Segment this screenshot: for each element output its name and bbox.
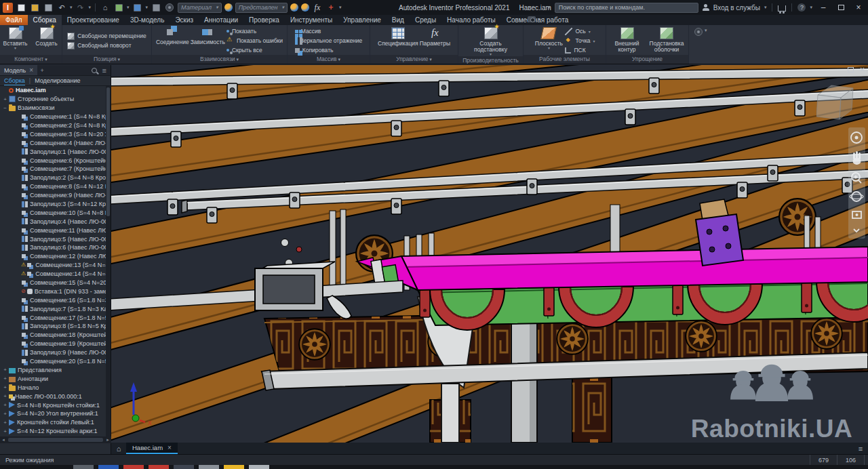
tree-item[interactable]: Совмещение:17 (S=1.8 N=5 Креп: [0, 313, 106, 322]
tree-expander[interactable]: +: [2, 375, 8, 382]
screencast-button[interactable]: ▾: [528, 16, 540, 22]
wood-rosette[interactable]: [779, 199, 816, 235]
browser-tab-model[interactable]: Модель×: [0, 65, 37, 75]
tree-item[interactable]: Совмещение:7 (Кронштейн стой: [0, 165, 106, 174]
shell-substitute-button[interactable]: Подстановка оболочки: [647, 26, 686, 55]
zoom-icon[interactable]: [852, 173, 861, 183]
tree-item[interactable]: Совмещение:11 (Навес ЛЮ-001.0: [0, 226, 106, 234]
lattice-rosette[interactable]: [299, 329, 330, 360]
show-errors-button[interactable]: Показать ошибки: [226, 37, 283, 45]
store-cart-icon[interactable]: [778, 5, 786, 12]
white-strip[interactable]: [441, 384, 459, 443]
tree-item[interactable]: Навес.iam: [0, 86, 106, 95]
tree-item[interactable]: Совмещение:8 (S=4 N=12 Кронш: [0, 182, 106, 191]
joint-button[interactable]: Соединение: [156, 26, 189, 55]
navigation-bar[interactable]: [848, 127, 865, 239]
tree-expander[interactable]: +: [2, 384, 8, 390]
browser-subtab-modeling[interactable]: Моделирование: [35, 77, 80, 84]
tree-expander[interactable]: +: [2, 367, 8, 373]
home-view-button[interactable]: ⌂: [100, 2, 111, 13]
document-tab-close-icon[interactable]: ×: [167, 444, 172, 451]
navbar-more-icon[interactable]: [854, 229, 859, 232]
tree-item[interactable]: Совмещение:12 (Навес ЛЮ-001.0: [0, 252, 106, 261]
tree-item[interactable]: Заподлицо:8 (S=1.8 N=5 Крепле: [0, 322, 106, 331]
taskbar-icon[interactable]: [149, 465, 169, 469]
blocks-button[interactable]: [151, 2, 161, 13]
browser-search-icon[interactable]: [92, 68, 97, 73]
browser-subtab-assembly[interactable]: Сборка: [4, 76, 25, 85]
viewcube[interactable]: [816, 84, 857, 125]
tree-expander[interactable]: −: [2, 105, 8, 111]
tree-item[interactable]: Заподлицо:9 (Навес ЛЮ-001.00: [0, 348, 106, 357]
lattice-rosette[interactable]: [811, 318, 842, 349]
tree-item[interactable]: + S=4 N=20 Угол внутренний:1: [0, 409, 106, 418]
adjust-icon[interactable]: [290, 3, 298, 12]
signin-caret[interactable]: ▾: [764, 5, 767, 10]
group-label-position[interactable]: Позиция: [62, 55, 151, 64]
tree-item[interactable]: Заподлицо:3 (S=4 N=12 Кроншт: [0, 200, 106, 209]
ribbon-tab[interactable]: Эскиз: [170, 15, 199, 25]
appearance-combo[interactable]: Представлен▾: [235, 3, 288, 13]
help-caret[interactable]: ▾: [810, 5, 812, 10]
tree-item[interactable]: Заподлицо:5 (Навес ЛЮ-001.00: [0, 234, 106, 243]
free-move-button[interactable]: Свободное перемещение: [67, 32, 146, 41]
ribbon-tab[interactable]: Сборка: [28, 15, 62, 25]
group-label-productivity[interactable]: Производительность: [458, 56, 523, 64]
browser-vertical-scrollbar[interactable]: [106, 86, 111, 436]
copy-button[interactable]: Копировать: [295, 46, 363, 55]
scroll-left-icon[interactable]: ◂: [0, 437, 7, 443]
tree-item[interactable]: Совмещение:18 (Кронштейн:1;S=: [0, 331, 106, 340]
taskbar-icon[interactable]: [249, 465, 269, 469]
tree-expander[interactable]: +: [2, 428, 8, 434]
home-tab-icon[interactable]: ⌂: [111, 443, 126, 454]
orbit-icon[interactable]: [850, 192, 863, 201]
material-browser-icon[interactable]: [164, 2, 175, 13]
plane-button[interactable]: Плоскость▾: [534, 26, 564, 55]
viewport-close-icon[interactable]: ×: [860, 66, 865, 73]
tree-item[interactable]: Совмещение:4 (Навес ЛЮ-001.0: [0, 138, 106, 147]
ribbon-tab[interactable]: Управление: [338, 15, 387, 25]
ribbon-tab[interactable]: 3D-модель: [125, 15, 170, 25]
bom-button[interactable]: Спецификация: [378, 26, 418, 55]
tree-item[interactable]: Совмещение:13 (S=4 N=4 NB П: [0, 261, 106, 270]
ucs-button[interactable]: ПСК: [565, 46, 595, 55]
tree-item[interactable]: Заподлицо:2 (S=4 N=8 Кронштей: [0, 174, 106, 182]
group-label-relationships[interactable]: Взаимосвязи: [152, 55, 287, 64]
minimize-button[interactable]: –: [816, 1, 830, 14]
ribbon-tab[interactable]: Среды: [410, 15, 441, 25]
search-expand-arrow[interactable]: ▸: [548, 5, 551, 10]
tree-item[interactable]: Совмещение:16 (S=1.8 N=3 Капе: [0, 295, 106, 304]
ribbon-tab[interactable]: Проектирование: [62, 15, 125, 25]
group-label-work-features[interactable]: Рабочие элементы: [524, 55, 606, 64]
windows-taskbar[interactable]: [0, 465, 868, 469]
steering-wheel-icon[interactable]: [851, 132, 862, 143]
group-label-component[interactable]: Компонент: [0, 55, 62, 64]
tree-expander[interactable]: +: [2, 402, 8, 408]
tree-expander[interactable]: +: [2, 420, 8, 426]
tree-item[interactable]: Заподлицо:4 (Навес ЛЮ-001.00: [0, 217, 106, 226]
free-rotate-button[interactable]: Свободный поворот: [67, 41, 146, 50]
appearance-icon[interactable]: [224, 3, 233, 12]
tree-item[interactable]: Совмещение:6 (Кронштейн стой: [0, 156, 106, 165]
tree-item[interactable]: Вставка:1 (DIN 933 - заменен: [0, 287, 106, 295]
tree-item[interactable]: Совмещение:15 (S=4 N=20 Угол в: [0, 279, 106, 287]
mirror-button[interactable]: Зеркальное отражение: [295, 37, 363, 45]
tree-item[interactable]: Совмещение:10 (S=4 N=8 NB Пла: [0, 208, 106, 217]
tree-item[interactable]: Заподлицо:7 (S=1.8 N=3 Капельн: [0, 304, 106, 313]
taskbar-icon[interactable]: [174, 465, 194, 469]
taskbar-icon[interactable]: [73, 465, 94, 469]
tree-item[interactable]: + S=4 N=12 Кронштейн арки:1: [0, 427, 106, 436]
material-combo[interactable]: Материал▾: [178, 3, 222, 13]
save-button[interactable]: [43, 2, 54, 13]
ribbon-tab[interactable]: Инструменты: [285, 15, 338, 25]
tree-expander[interactable]: +: [2, 393, 8, 399]
group-label-simplification[interactable]: Упрощение: [606, 55, 688, 64]
help-icon[interactable]: ?: [797, 3, 806, 12]
close-button[interactable]: ×: [852, 1, 865, 14]
taskbar-icon[interactable]: [199, 465, 219, 469]
tree-item[interactable]: − Взаимосвязи: [0, 104, 106, 113]
pan-hand-icon[interactable]: [853, 151, 861, 165]
tree-expander[interactable]: +: [2, 411, 8, 417]
tree-item[interactable]: Заподлицо:1 (Навес ЛЮ-001.00: [0, 147, 106, 156]
tree-item[interactable]: Заподлицо:6 (Навес ЛЮ-001.00: [0, 243, 106, 252]
